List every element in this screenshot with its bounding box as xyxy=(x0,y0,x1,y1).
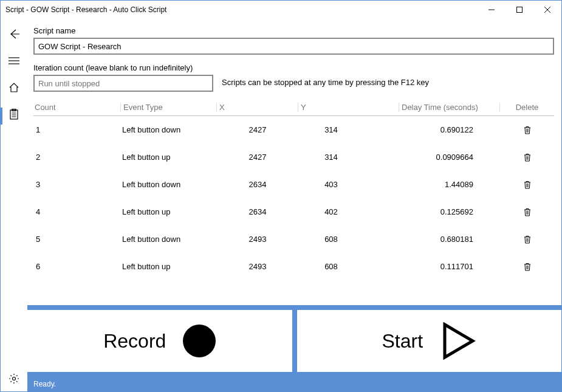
cell-y: 608 xyxy=(298,235,399,244)
maximize-button[interactable] xyxy=(505,1,533,19)
cell-y: 402 xyxy=(298,207,399,216)
delete-row-button[interactable] xyxy=(500,181,554,189)
cell-x: 2427 xyxy=(217,125,298,134)
nav-menu[interactable] xyxy=(7,54,21,67)
window-title: Script - GOW Script - Research - Auto Cl… xyxy=(5,5,478,14)
cell-x: 2634 xyxy=(217,180,298,189)
cell-event: Left button down xyxy=(121,125,217,134)
col-count[interactable]: Count xyxy=(33,103,121,112)
settings-icon xyxy=(9,373,19,384)
table-row[interactable]: 6Left button up24936080.111701 xyxy=(33,253,554,280)
cell-count: 4 xyxy=(33,207,121,216)
col-event[interactable]: Event Type xyxy=(121,103,217,112)
nav-home[interactable] xyxy=(7,81,21,94)
trash-icon xyxy=(524,208,531,216)
cell-count: 5 xyxy=(33,235,121,244)
cell-count: 3 xyxy=(33,180,121,189)
clipboard-icon xyxy=(9,109,19,120)
iteration-input[interactable] xyxy=(33,75,213,92)
trash-icon xyxy=(524,235,531,244)
cell-delay: 1.44089 xyxy=(399,180,500,189)
iteration-label: Iteration count (leave blank to run inde… xyxy=(33,63,213,72)
nav-scripts[interactable] xyxy=(7,108,21,121)
minimize-icon xyxy=(488,7,495,13)
table-row[interactable]: 5Left button down24936080.680181 xyxy=(33,225,554,253)
cell-delay: 0.0909664 xyxy=(399,153,500,162)
table-row[interactable]: 2Left button up24273140.0909664 xyxy=(33,143,554,171)
status-bar: Ready. xyxy=(27,377,561,391)
record-label: Record xyxy=(103,330,166,352)
menu-icon xyxy=(9,57,19,65)
minimize-button[interactable] xyxy=(478,1,505,19)
cell-x: 2493 xyxy=(217,235,298,244)
sidebar xyxy=(1,19,27,391)
cell-y: 608 xyxy=(298,262,399,271)
cell-y: 314 xyxy=(298,153,399,162)
svg-rect-1 xyxy=(517,7,523,13)
status-text: Ready. xyxy=(33,380,56,388)
app-window: Script - GOW Script - Research - Auto Cl… xyxy=(0,0,562,392)
col-x[interactable]: X xyxy=(217,103,298,112)
record-icon xyxy=(183,325,216,357)
home-icon xyxy=(9,82,19,93)
nav-settings[interactable] xyxy=(7,372,21,385)
body: Script name Iteration count (leave blank… xyxy=(1,19,561,391)
delete-row-button[interactable] xyxy=(500,153,554,162)
start-label: Start xyxy=(382,330,423,352)
delete-row-button[interactable] xyxy=(500,208,554,216)
table-header: Count Event Type X Y Delay Time (seconds… xyxy=(33,103,554,116)
bottom-bar: Record Start xyxy=(27,305,561,377)
cell-x: 2634 xyxy=(217,207,298,216)
back-icon xyxy=(9,29,19,40)
table-row[interactable]: 1Left button down24273140.690122 xyxy=(33,116,554,143)
start-button[interactable]: Start xyxy=(295,305,562,377)
cell-event: Left button down xyxy=(121,235,217,244)
col-delete[interactable]: Delete xyxy=(500,103,554,112)
script-name-input[interactable] xyxy=(33,38,554,55)
col-y[interactable]: Y xyxy=(298,103,399,112)
delete-row-button[interactable] xyxy=(500,126,554,134)
svg-point-12 xyxy=(13,377,16,380)
cell-event: Left button up xyxy=(121,153,217,162)
cell-y: 403 xyxy=(298,180,399,189)
cell-delay: 0.690122 xyxy=(399,125,500,134)
trash-icon xyxy=(524,263,531,271)
cell-delay: 0.125692 xyxy=(399,207,500,216)
cell-event: Left button up xyxy=(121,207,217,216)
main: Script name Iteration count (leave blank… xyxy=(27,19,561,391)
cell-delay: 0.111701 xyxy=(399,262,500,271)
delete-row-button[interactable] xyxy=(500,235,554,244)
close-icon xyxy=(544,7,550,13)
cell-count: 6 xyxy=(33,262,121,271)
content: Script name Iteration count (leave blank… xyxy=(27,19,561,305)
titlebar: Script - GOW Script - Research - Auto Cl… xyxy=(1,1,561,19)
cell-delay: 0.680181 xyxy=(399,235,500,244)
table-row[interactable]: 4Left button up26344020.125692 xyxy=(33,198,554,225)
stop-hint: Scripts can be stopped at any time by pr… xyxy=(222,78,429,87)
cell-x: 2493 xyxy=(217,262,298,271)
cell-count: 2 xyxy=(33,153,121,162)
cell-count: 1 xyxy=(33,125,121,134)
trash-icon xyxy=(524,153,531,162)
record-button[interactable]: Record xyxy=(27,305,295,377)
events-table: Count Event Type X Y Delay Time (seconds… xyxy=(33,103,554,305)
table-row[interactable]: 3Left button down26344031.44089 xyxy=(33,171,554,198)
close-button[interactable] xyxy=(533,1,561,19)
cell-event: Left button up xyxy=(121,262,217,271)
cell-x: 2427 xyxy=(217,153,298,162)
nav-back[interactable] xyxy=(7,27,21,41)
col-delay[interactable]: Delay Time (seconds) xyxy=(399,103,500,112)
maximize-icon xyxy=(516,7,523,13)
table-body: 1Left button down24273140.6901222Left bu… xyxy=(33,116,554,280)
trash-icon xyxy=(524,181,531,189)
cell-event: Left button down xyxy=(121,180,217,189)
delete-row-button[interactable] xyxy=(500,263,554,271)
trash-icon xyxy=(524,126,531,134)
cell-y: 314 xyxy=(298,125,399,134)
script-name-label: Script name xyxy=(33,26,554,35)
play-icon xyxy=(440,322,476,360)
active-indicator xyxy=(1,108,2,125)
